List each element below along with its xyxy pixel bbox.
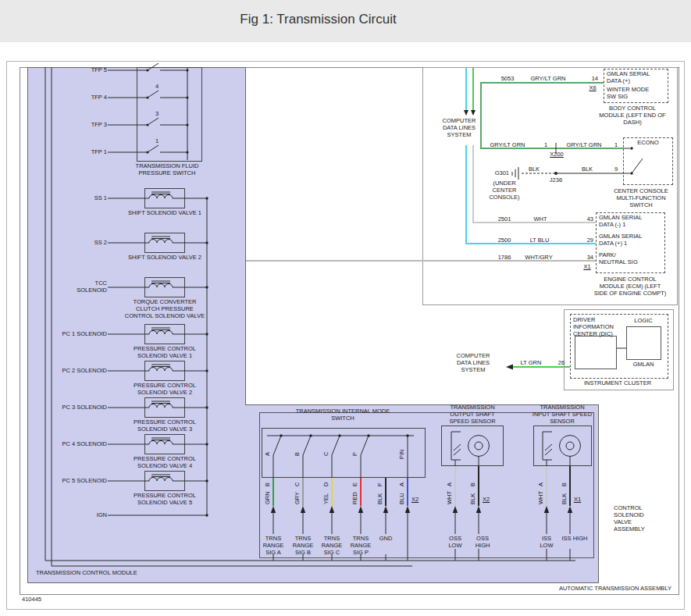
tcm-signal-label: OSS LOW (443, 536, 467, 550)
wire-pin-letter: C (294, 482, 301, 486)
wire-circuit-1786: 1786 (495, 255, 514, 262)
mode-switch-contact-p: P (352, 452, 359, 456)
assembly-label: AUTOMATIC TRANSMISSION ASSEMBLY (468, 586, 671, 593)
wire-pin-letter: A (399, 482, 406, 486)
wire-pin-letter: A (447, 482, 454, 486)
splice-j236: J236 (547, 177, 565, 184)
tcm-signal-label: OSS HIGH (469, 536, 496, 550)
doc-number: 410445 (22, 596, 84, 604)
pin-label-tfp1: TFP 1 (52, 149, 107, 156)
mode-switch-contact-c: C (323, 452, 330, 456)
wire-pin-letter: B (561, 482, 568, 486)
connector-x2: X2 (483, 497, 495, 504)
connector-x6: X6 (586, 85, 600, 92)
bcm-signal-winter-mode: WINTER MODE SW SIG (607, 87, 654, 101)
solenoid-caption-pc3: PRESSURE CONTROL SOLENOID VALVE 3 (121, 419, 208, 433)
wire-color-label: BLK (561, 493, 568, 504)
pin-label-pc4: PC 4 SOLENOID (52, 441, 107, 448)
solenoid-caption-pc5: PRESSURE CONTROL SOLENOID VALVE 5 (121, 493, 208, 507)
pin-number-26: 26 (556, 360, 567, 367)
pin-number-34: 34 (582, 255, 593, 262)
wire-circuit-5053: 5053 (498, 76, 517, 83)
wire-color-gry-lt-grn: GRY/LT GRN (487, 142, 528, 149)
wire-color-label: GRY (294, 492, 301, 504)
solenoid-caption-tcc: TORQUE CONVERTER CLUTCH PRESSURE CONTROL… (121, 299, 208, 320)
ground-location: (UNDER CENTER CONSOLE) (483, 180, 526, 201)
wire-color-label: GRN (265, 491, 272, 504)
pin-label-tfp4: TFP 4 (52, 94, 107, 101)
connector-x1: X1 (581, 264, 593, 271)
ecm-signal-gmlan-minus: GMLAN SERIAL DATA (-) 1 (599, 215, 646, 229)
connector-x2: X2 (411, 497, 424, 504)
tfp-contact-number: 4 (153, 84, 161, 91)
wire-color-label: BLK (470, 493, 477, 504)
pin-number-43: 43 (582, 216, 593, 223)
connector-x200: X200 (547, 151, 567, 158)
mode-switch-contact-b: B (294, 452, 301, 456)
tfp-contact-number: 3 (153, 111, 161, 118)
wire-color-gry-lt-grn: GRY/LT GRN (564, 142, 604, 149)
solenoid-caption-pc1: PRESSURE CONTROL SOLENOID VALVE 1 (121, 346, 208, 360)
solenoid-caption-pc4: PRESSURE CONTROL SOLENOID VALVE 4 (121, 456, 208, 470)
wire-color-wht-gry: WHT/GRY (522, 255, 556, 262)
oss-sensor-caption: TRANSMISSION OUTPUT SHAFT SPEED SENSOR (442, 404, 503, 426)
pc-solenoid-4-box (144, 434, 185, 454)
wire-color-label: BLU (399, 493, 406, 504)
computer-data-lines-label: COMPUTER DATA LINES SYSTEM (454, 353, 492, 374)
wire-pin-letter: A (538, 482, 545, 486)
tcm-label: TRANSMISSION CONTROL MODULE (36, 570, 192, 577)
pin-label-ss2: SS 2 (52, 240, 107, 247)
econo-label: ECONO (625, 140, 671, 147)
pin-label-pc2: PC 2 SOLENOID (52, 368, 107, 375)
wire-color-label: YEL (323, 493, 330, 504)
wire-color-lt-grn: LT GRN (518, 360, 543, 367)
dic-gmlan-label: GMLAN (626, 361, 661, 369)
solenoid-caption-ss1: SHIFT SOLENOID VALVE 1 (121, 210, 208, 217)
tcm-signal-label: TRNS RANGE SIG P (346, 536, 376, 557)
pin-label-pc1: PC 1 SOLENOID (52, 331, 107, 338)
wire-color-gry-lt-grn: GRY/LT GRN (528, 76, 568, 83)
dic-logic-label: LOGIC (626, 318, 661, 325)
tcm-signal-label: ISS HIGH (561, 536, 588, 543)
dic-logic-box (626, 326, 661, 360)
wire-color-blk: BLK (579, 166, 595, 173)
shift-solenoid-1-box (144, 188, 185, 208)
instrument-cluster-caption: INSTRUMENT CLUSTER (565, 380, 670, 387)
pc-solenoid-5-box (144, 471, 185, 491)
wire-color-label: RED (352, 492, 359, 504)
bcm-caption: BODY CONTROL MODULE (LEFT END OF DASH) (597, 105, 668, 126)
csva-label: CONTROL SOLENOID VALVE ASSEMBLY (614, 505, 654, 532)
pin-label-ign: IGN (52, 512, 107, 519)
pin-label-tfp3: TFP 3 (52, 122, 107, 129)
figure-title-bar: Fig 1: Transmission Circuit (0, 0, 691, 42)
pin-number-x200: 1 (542, 142, 550, 149)
pin-number-1: 1 (612, 142, 620, 149)
pc-solenoid-2-box (144, 361, 185, 381)
pin-label-pc5: PC 5 SOLENOID (52, 478, 107, 485)
wire-circuit-2500: 2500 (495, 237, 514, 244)
pin-number-14: 14 (587, 76, 598, 83)
bcm-signal-gmlan: GMLAN SERIAL DATA (+) (607, 71, 654, 85)
solenoid-caption-ss2: SHIFT SOLENOID VALVE 2 (121, 255, 208, 262)
pin-number-29: 29 (582, 237, 593, 244)
tfp-contact-number: 1 (153, 138, 161, 145)
oss-sensor-box (441, 426, 504, 466)
pin-label-pc3: PC 3 SOLENOID (52, 404, 107, 411)
shift-solenoid-2-box (144, 233, 185, 253)
tcm-signal-label: TRNS RANGE SIG A (258, 536, 288, 557)
tfp-switch-box (137, 67, 202, 162)
tcc-solenoid-box (144, 277, 185, 297)
ground-id-g301: G301 (484, 170, 509, 177)
wire-color-wht: WHT (529, 216, 551, 223)
wire-color-label: BLK (377, 493, 384, 504)
pin-number-9: 9 (612, 166, 620, 173)
pc-solenoid-3-box (144, 397, 185, 418)
wire-pin-letter: B (265, 482, 272, 486)
pc-solenoid-1-box (144, 324, 185, 344)
mode-switch-contact-a: A (265, 452, 272, 456)
pin-label-tfp5: TFP 5 (52, 67, 107, 74)
tcm-signal-label: ISS LOW (535, 536, 558, 550)
wire-circuit-2501: 2501 (495, 216, 514, 223)
iss-sensor-box (533, 426, 592, 466)
wire-color-blk: BLK (526, 166, 542, 173)
